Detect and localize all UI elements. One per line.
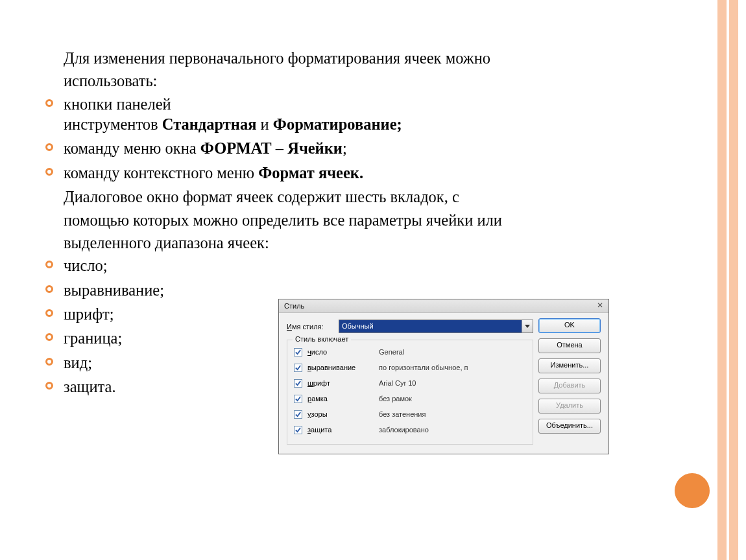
checkbox[interactable] — [294, 364, 302, 372]
add-button[interactable]: Добавить — [538, 379, 601, 393]
chevron-down-icon[interactable] — [522, 320, 533, 332]
check-label: число — [307, 348, 374, 356]
check-value: General — [379, 348, 404, 356]
bullet-a-2: команду меню окна ФОРМАТ – Ячейки; — [44, 138, 699, 158]
check-label: рамка — [307, 395, 374, 402]
check-value: по горизонтали обычное, п — [379, 364, 468, 371]
ok-button[interactable]: OK — [538, 318, 601, 333]
mid-line-1: Диалоговое окно формат ячеек содержит ше… — [64, 187, 699, 207]
intro-line-2: использовать: — [64, 71, 699, 91]
svg-marker-0 — [525, 325, 530, 328]
group-row-0: число General — [294, 344, 526, 360]
bullet-b-0: число; — [44, 255, 699, 275]
checkbox[interactable] — [294, 395, 302, 403]
bullet-list-a: кнопки панелей инструментов Стандартная … — [44, 94, 699, 183]
check-label: защита — [307, 426, 374, 434]
text: команду меню окна — [64, 139, 200, 157]
close-icon[interactable]: ✕ — [596, 301, 605, 310]
text: и — [256, 115, 272, 133]
checkbox[interactable] — [294, 348, 302, 356]
bullet-b-1: выравнивание; — [44, 280, 699, 300]
dialog-button-column: OK Отмена Изменить... Добавить Удалить О… — [538, 318, 601, 434]
text: кнопки панелей — [64, 95, 171, 113]
check-value: заблокировано — [379, 426, 429, 434]
checkbox[interactable] — [294, 426, 302, 434]
cancel-button[interactable]: Отмена — [538, 338, 601, 353]
text: ; — [343, 139, 347, 157]
delete-button[interactable]: Удалить — [538, 399, 601, 414]
text: – — [272, 139, 288, 157]
modify-button[interactable]: Изменить... — [538, 358, 601, 373]
check-label: выравнивание — [307, 364, 374, 371]
group-row-4: узоры без затенения — [294, 406, 526, 422]
check-label: узоры — [307, 410, 374, 418]
bold: Форматирование; — [273, 115, 402, 133]
group-row-3: рамка без рамок — [294, 391, 526, 406]
bullet-a-1: кнопки панелей инструментов Стандартная … — [44, 94, 699, 135]
check-value: Arial Cyr 10 — [379, 379, 416, 387]
style-name-value: Обычный — [339, 320, 522, 332]
check-label: шрифт — [307, 379, 374, 387]
group-row-1: выравнивание по горизонтали обычное, п — [294, 360, 526, 375]
group-row-2: шрифт Arial Cyr 10 — [294, 375, 526, 391]
group-legend: Стиль включает — [293, 335, 351, 343]
text: инструментов — [64, 115, 162, 133]
slide: Для изменения первоначального форматиров… — [0, 0, 746, 560]
style-name-combobox[interactable]: Обычный — [339, 320, 533, 333]
decor-circle — [675, 473, 710, 508]
check-value: без затенения — [379, 410, 426, 418]
bullet-a-3: команду контекстного меню Формат ячеек. — [44, 163, 699, 183]
mid-line-2: помощью которых можно определить все пар… — [64, 210, 699, 230]
style-name-row: Имя стиля: Обычный — [287, 320, 533, 333]
checkbox[interactable] — [294, 410, 302, 419]
bold: Ячейки — [287, 139, 343, 157]
text: команду контекстного меню — [64, 164, 258, 181]
dialog-titlebar[interactable]: Стиль ✕ — [279, 299, 608, 313]
group-row-5: защита заблокировано — [294, 422, 526, 438]
style-includes-group: Стиль включает число General выравнивани… — [287, 340, 533, 445]
check-value: без рамок — [379, 395, 412, 402]
style-dialog: Стиль ✕ Имя стиля: Обычный Стиль включае… — [279, 299, 608, 454]
decor-stripe-outer — [729, 0, 738, 560]
dialog-left-column: Имя стиля: Обычный Стиль включает число … — [287, 320, 533, 445]
bold: ФОРМАТ — [200, 139, 272, 157]
dialog-body: Имя стиля: Обычный Стиль включает число … — [279, 313, 608, 454]
mid-line-3: выделенного диапазона ячеек: — [64, 233, 699, 253]
checkbox[interactable] — [294, 379, 302, 388]
dialog-title: Стиль — [284, 302, 304, 310]
intro-line-1: Для изменения первоначального форматиров… — [64, 48, 699, 68]
bold: Стандартная — [162, 115, 257, 133]
decor-stripe-inner — [717, 0, 727, 560]
bold: Формат ячеек. — [258, 164, 363, 181]
merge-button[interactable]: Объединить... — [538, 419, 601, 434]
style-name-label: Имя стиля: — [287, 323, 333, 331]
